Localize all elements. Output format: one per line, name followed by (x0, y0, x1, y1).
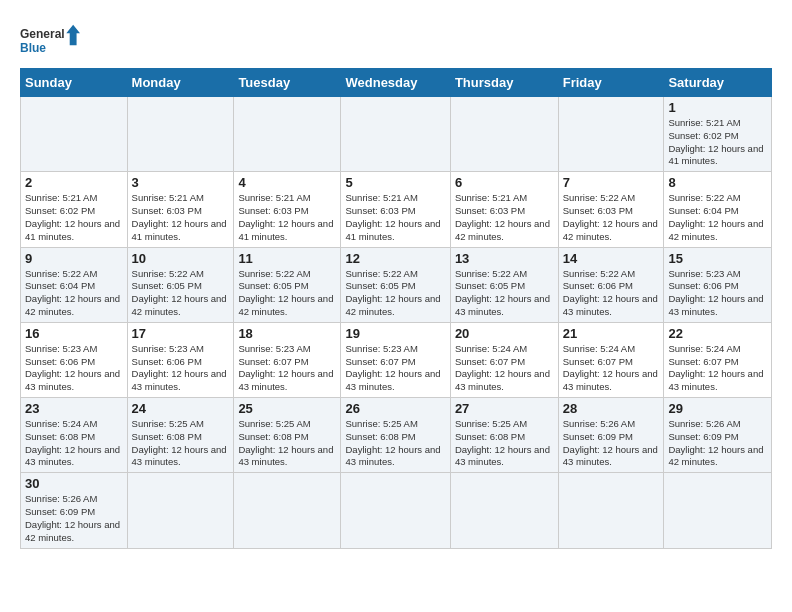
calendar-cell: 11Sunrise: 5:22 AMSunset: 6:05 PMDayligh… (234, 247, 341, 322)
weekday-header-row: SundayMondayTuesdayWednesdayThursdayFrid… (21, 69, 772, 97)
day-number: 16 (25, 326, 123, 341)
day-number: 1 (668, 100, 767, 115)
day-number: 22 (668, 326, 767, 341)
day-number: 2 (25, 175, 123, 190)
calendar-cell: 19Sunrise: 5:23 AMSunset: 6:07 PMDayligh… (341, 322, 450, 397)
logo-svg: General Blue (20, 20, 80, 62)
weekday-header-wednesday: Wednesday (341, 69, 450, 97)
svg-text:General: General (20, 27, 65, 41)
day-info: Sunrise: 5:26 AMSunset: 6:09 PMDaylight:… (563, 418, 660, 469)
calendar-week-row: 23Sunrise: 5:24 AMSunset: 6:08 PMDayligh… (21, 398, 772, 473)
day-number: 27 (455, 401, 554, 416)
day-info: Sunrise: 5:25 AMSunset: 6:08 PMDaylight:… (455, 418, 554, 469)
calendar-cell: 15Sunrise: 5:23 AMSunset: 6:06 PMDayligh… (664, 247, 772, 322)
day-number: 30 (25, 476, 123, 491)
weekday-header-monday: Monday (127, 69, 234, 97)
day-info: Sunrise: 5:23 AMSunset: 6:07 PMDaylight:… (345, 343, 445, 394)
day-info: Sunrise: 5:23 AMSunset: 6:06 PMDaylight:… (668, 268, 767, 319)
day-number: 18 (238, 326, 336, 341)
svg-text:Blue: Blue (20, 41, 46, 55)
calendar-cell: 5Sunrise: 5:21 AMSunset: 6:03 PMDaylight… (341, 172, 450, 247)
calendar-week-row: 9Sunrise: 5:22 AMSunset: 6:04 PMDaylight… (21, 247, 772, 322)
calendar-cell (450, 473, 558, 548)
day-number: 17 (132, 326, 230, 341)
weekday-header-friday: Friday (558, 69, 664, 97)
svg-marker-2 (66, 25, 80, 46)
calendar-cell (558, 473, 664, 548)
calendar-week-row: 1Sunrise: 5:21 AMSunset: 6:02 PMDaylight… (21, 97, 772, 172)
calendar-cell: 21Sunrise: 5:24 AMSunset: 6:07 PMDayligh… (558, 322, 664, 397)
weekday-header-thursday: Thursday (450, 69, 558, 97)
day-number: 10 (132, 251, 230, 266)
calendar-week-row: 2Sunrise: 5:21 AMSunset: 6:02 PMDaylight… (21, 172, 772, 247)
day-info: Sunrise: 5:25 AMSunset: 6:08 PMDaylight:… (238, 418, 336, 469)
day-info: Sunrise: 5:25 AMSunset: 6:08 PMDaylight:… (345, 418, 445, 469)
day-info: Sunrise: 5:26 AMSunset: 6:09 PMDaylight:… (25, 493, 123, 544)
day-number: 4 (238, 175, 336, 190)
calendar-cell: 9Sunrise: 5:22 AMSunset: 6:04 PMDaylight… (21, 247, 128, 322)
calendar-cell (234, 97, 341, 172)
day-info: Sunrise: 5:21 AMSunset: 6:03 PMDaylight:… (238, 192, 336, 243)
day-info: Sunrise: 5:24 AMSunset: 6:08 PMDaylight:… (25, 418, 123, 469)
calendar-cell: 25Sunrise: 5:25 AMSunset: 6:08 PMDayligh… (234, 398, 341, 473)
day-info: Sunrise: 5:22 AMSunset: 6:05 PMDaylight:… (455, 268, 554, 319)
calendar-cell: 7Sunrise: 5:22 AMSunset: 6:03 PMDaylight… (558, 172, 664, 247)
calendar-cell: 29Sunrise: 5:26 AMSunset: 6:09 PMDayligh… (664, 398, 772, 473)
day-number: 15 (668, 251, 767, 266)
calendar-cell (127, 97, 234, 172)
day-number: 20 (455, 326, 554, 341)
day-number: 5 (345, 175, 445, 190)
calendar-cell (234, 473, 341, 548)
day-info: Sunrise: 5:22 AMSunset: 6:05 PMDaylight:… (238, 268, 336, 319)
calendar-cell (664, 473, 772, 548)
calendar-cell: 17Sunrise: 5:23 AMSunset: 6:06 PMDayligh… (127, 322, 234, 397)
day-number: 11 (238, 251, 336, 266)
calendar-cell: 3Sunrise: 5:21 AMSunset: 6:03 PMDaylight… (127, 172, 234, 247)
day-number: 24 (132, 401, 230, 416)
calendar-cell: 23Sunrise: 5:24 AMSunset: 6:08 PMDayligh… (21, 398, 128, 473)
day-info: Sunrise: 5:21 AMSunset: 6:03 PMDaylight:… (345, 192, 445, 243)
calendar-cell: 13Sunrise: 5:22 AMSunset: 6:05 PMDayligh… (450, 247, 558, 322)
day-number: 25 (238, 401, 336, 416)
calendar-cell: 24Sunrise: 5:25 AMSunset: 6:08 PMDayligh… (127, 398, 234, 473)
page-header: General Blue (20, 20, 772, 62)
day-info: Sunrise: 5:22 AMSunset: 6:06 PMDaylight:… (563, 268, 660, 319)
day-number: 23 (25, 401, 123, 416)
calendar-cell: 26Sunrise: 5:25 AMSunset: 6:08 PMDayligh… (341, 398, 450, 473)
calendar-cell: 20Sunrise: 5:24 AMSunset: 6:07 PMDayligh… (450, 322, 558, 397)
calendar-cell: 12Sunrise: 5:22 AMSunset: 6:05 PMDayligh… (341, 247, 450, 322)
calendar-cell: 8Sunrise: 5:22 AMSunset: 6:04 PMDaylight… (664, 172, 772, 247)
calendar-cell (127, 473, 234, 548)
day-info: Sunrise: 5:22 AMSunset: 6:05 PMDaylight:… (132, 268, 230, 319)
day-number: 26 (345, 401, 445, 416)
calendar-cell: 30Sunrise: 5:26 AMSunset: 6:09 PMDayligh… (21, 473, 128, 548)
calendar-cell (21, 97, 128, 172)
weekday-header-tuesday: Tuesday (234, 69, 341, 97)
day-number: 21 (563, 326, 660, 341)
day-info: Sunrise: 5:22 AMSunset: 6:05 PMDaylight:… (345, 268, 445, 319)
day-info: Sunrise: 5:25 AMSunset: 6:08 PMDaylight:… (132, 418, 230, 469)
day-info: Sunrise: 5:26 AMSunset: 6:09 PMDaylight:… (668, 418, 767, 469)
calendar-cell: 2Sunrise: 5:21 AMSunset: 6:02 PMDaylight… (21, 172, 128, 247)
day-number: 14 (563, 251, 660, 266)
calendar-cell: 27Sunrise: 5:25 AMSunset: 6:08 PMDayligh… (450, 398, 558, 473)
day-info: Sunrise: 5:24 AMSunset: 6:07 PMDaylight:… (455, 343, 554, 394)
calendar-cell (558, 97, 664, 172)
day-info: Sunrise: 5:24 AMSunset: 6:07 PMDaylight:… (668, 343, 767, 394)
calendar-cell: 28Sunrise: 5:26 AMSunset: 6:09 PMDayligh… (558, 398, 664, 473)
weekday-header-saturday: Saturday (664, 69, 772, 97)
day-number: 3 (132, 175, 230, 190)
calendar-cell (341, 473, 450, 548)
day-info: Sunrise: 5:21 AMSunset: 6:02 PMDaylight:… (25, 192, 123, 243)
day-info: Sunrise: 5:23 AMSunset: 6:07 PMDaylight:… (238, 343, 336, 394)
calendar-cell: 14Sunrise: 5:22 AMSunset: 6:06 PMDayligh… (558, 247, 664, 322)
day-number: 8 (668, 175, 767, 190)
day-info: Sunrise: 5:21 AMSunset: 6:03 PMDaylight:… (132, 192, 230, 243)
day-number: 19 (345, 326, 445, 341)
calendar-cell (450, 97, 558, 172)
calendar-cell: 1Sunrise: 5:21 AMSunset: 6:02 PMDaylight… (664, 97, 772, 172)
day-info: Sunrise: 5:22 AMSunset: 6:04 PMDaylight:… (25, 268, 123, 319)
calendar-cell: 22Sunrise: 5:24 AMSunset: 6:07 PMDayligh… (664, 322, 772, 397)
day-number: 29 (668, 401, 767, 416)
day-info: Sunrise: 5:22 AMSunset: 6:04 PMDaylight:… (668, 192, 767, 243)
